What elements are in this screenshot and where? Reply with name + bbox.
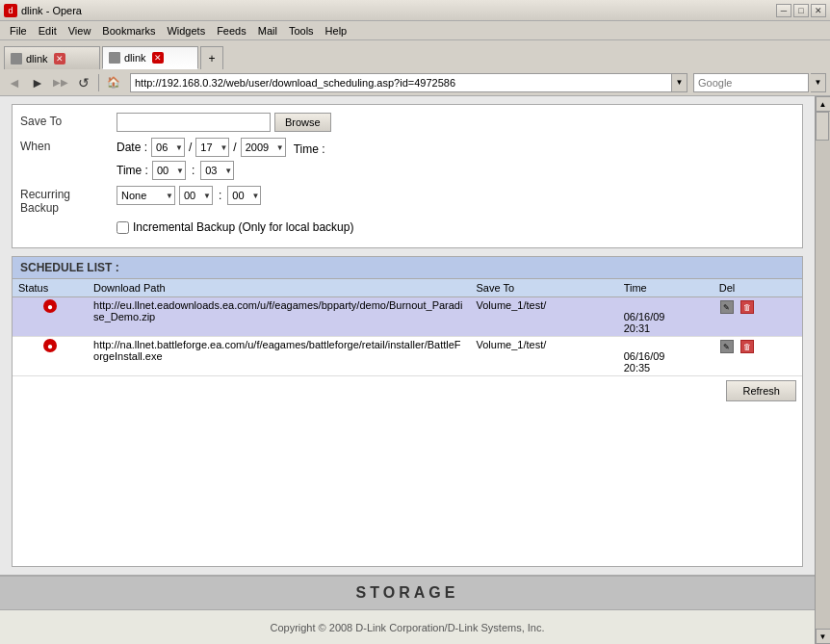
close-button[interactable]: ✕ — [811, 4, 826, 17]
tab-dlink-2[interactable]: dlink ✕ — [102, 46, 198, 69]
search-dropdown[interactable]: ▼ — [811, 73, 826, 92]
time-min-wrap: 03 — [200, 161, 234, 180]
time-label-inline: Time : — [117, 164, 148, 177]
page-content: Save To Browse When Date : 06 — [0, 96, 815, 644]
row1-saveto: Volume_1/test/ — [470, 297, 617, 337]
search-input[interactable] — [693, 73, 809, 92]
date-year-select[interactable]: 2009 — [241, 138, 286, 157]
delete-icon-2: 🗑 — [740, 340, 754, 353]
date-label: Date : — [117, 141, 147, 154]
browse-button[interactable]: Browse — [274, 113, 331, 132]
copyright-text: Copyright © 2008 D-Link Corporation/D-Li… — [270, 622, 544, 633]
tab-label-1: dlink — [26, 53, 48, 64]
scroll-thumb[interactable] — [816, 112, 829, 141]
time-min-select[interactable]: 03 — [200, 161, 234, 180]
menu-widgets[interactable]: Widgets — [161, 23, 211, 39]
refresh-button[interactable]: Refresh — [726, 380, 796, 401]
row2-path: http://na.llnet.battleforge.ea.com/u/f/e… — [88, 337, 470, 376]
time-row: Time : 00 : 03 — [20, 161, 794, 180]
recurring-min-select[interactable]: 00 — [227, 186, 261, 205]
recurring-min-wrap: 00 — [227, 186, 261, 205]
back-button[interactable]: ◄ — [4, 72, 25, 93]
incremental-row: Incremental Backup (Only for local backu… — [20, 220, 794, 234]
when-row: When Date : 06 / 17 — [20, 138, 794, 157]
menu-view[interactable]: View — [63, 23, 97, 39]
menu-bookmarks[interactable]: Bookmarks — [96, 23, 161, 39]
scroll-track — [816, 112, 830, 629]
menu-help[interactable]: Help — [320, 23, 353, 39]
menu-tools[interactable]: Tools — [283, 23, 320, 39]
address-dropdown[interactable]: ▼ — [672, 73, 687, 92]
recurring-type-select[interactable]: None Daily Weekly Monthly — [117, 186, 175, 205]
row1-edit-button[interactable]: ✎ — [719, 299, 735, 315]
menu-mail[interactable]: Mail — [252, 23, 283, 39]
incremental-checkbox[interactable] — [117, 221, 129, 234]
col-time: Time — [618, 279, 713, 297]
reload-button[interactable]: ↺ — [73, 72, 94, 93]
row2-saveto: Volume_1/test/ — [470, 337, 617, 376]
scrollbar[interactable]: ▲ ▼ — [815, 96, 830, 644]
recurring-type-wrap: None Daily Weekly Monthly — [117, 186, 175, 205]
window-controls: ─ □ ✕ — [776, 4, 826, 17]
row1-delete-button[interactable]: 🗑 — [739, 299, 755, 315]
recurring-label: Recurring Backup — [20, 186, 117, 215]
schedule-header: SCHEDULE LIST : — [13, 257, 802, 279]
browser-content: Save To Browse When Date : 06 — [0, 96, 830, 644]
recurring-controls: None Daily Weekly Monthly 00 : — [117, 186, 261, 205]
tab-close-2[interactable]: ✕ — [152, 52, 164, 64]
incremental-label[interactable]: Incremental Backup (Only for local backu… — [117, 220, 353, 234]
fastforward-button[interactable]: ▶▶ — [50, 72, 71, 93]
address-input[interactable] — [130, 73, 672, 92]
minimize-button[interactable]: ─ — [776, 4, 791, 17]
date-month-wrap: 06 — [151, 138, 185, 157]
tab-dlink-1[interactable]: dlink ✕ — [4, 46, 100, 69]
tab-close-1[interactable]: ✕ — [54, 53, 65, 64]
status-icon-2: ● — [43, 339, 57, 352]
new-tab-button[interactable]: + — [200, 46, 223, 69]
row2-saveto-text: Volume_1/test/ — [476, 339, 546, 350]
maximize-button[interactable]: □ — [793, 4, 809, 17]
date-sep1: / — [189, 141, 192, 154]
status-icon-1: ● — [43, 299, 57, 313]
menu-edit[interactable]: Edit — [33, 23, 63, 39]
save-to-input[interactable] — [117, 113, 271, 132]
scroll-up-button[interactable]: ▲ — [816, 96, 831, 112]
recurring-time-sep: : — [219, 189, 221, 202]
col-status: Status — [13, 279, 88, 297]
scroll-down-button[interactable]: ▼ — [816, 629, 831, 644]
row1-saveto-text: Volume_1/test/ — [476, 299, 546, 311]
forward-button[interactable]: ► — [27, 72, 48, 93]
row1-path: http://eu.llnet.eadownloads.ea.com/u/f/e… — [88, 297, 470, 337]
browser-titlebar: d dlink - Opera ─ □ ✕ — [0, 0, 830, 21]
edit-icon-1: ✎ — [720, 300, 734, 314]
date-year-wrap: 2009 — [241, 138, 286, 157]
table-row: ● http://na.llnet.battleforge.ea.com/u/f… — [13, 337, 802, 376]
menu-file[interactable]: File — [4, 23, 33, 39]
row2-edit-button[interactable]: ✎ — [719, 339, 735, 354]
row2-time-text: 06/16/09 20:35 — [624, 350, 665, 374]
tab-bar: dlink ✕ dlink ✕ + — [0, 40, 830, 69]
col-del: Del — [713, 279, 802, 297]
recurring-hour-select[interactable]: 00 — [179, 186, 213, 205]
recurring-hour-wrap: 00 — [179, 186, 213, 205]
homepage-button[interactable]: 🏠 — [103, 72, 124, 93]
row1-actions: ✎ 🗑 — [713, 297, 802, 337]
row1-time: 06/16/09 20:31 — [618, 297, 713, 337]
schedule-table: Status Download Path Save To Time Del ● — [13, 279, 802, 376]
col-download-path: Download Path — [88, 279, 470, 297]
date-month-select[interactable]: 06 — [151, 138, 185, 157]
table-row: ● http://eu.llnet.eadownloads.ea.com/u/f… — [13, 297, 802, 337]
schedule-section: SCHEDULE LIST : Status Download Path Sav… — [12, 256, 803, 567]
when-label: When — [20, 138, 117, 153]
copyright-bar: Copyright © 2008 D-Link Corporation/D-Li… — [0, 609, 815, 644]
edit-icon-2: ✎ — [720, 340, 734, 353]
time-hour-wrap: 00 — [152, 161, 186, 180]
row1-path-text: http://eu.llnet.eadownloads.ea.com/u/f/e… — [93, 299, 462, 322]
time-hour-select[interactable]: 00 — [152, 161, 186, 180]
date-day-select[interactable]: 17 — [195, 138, 229, 157]
menu-feeds[interactable]: Feeds — [211, 23, 252, 39]
recurring-row: Recurring Backup None Daily Weekly Month… — [20, 186, 794, 215]
incremental-text: Incremental Backup (Only for local backu… — [133, 220, 353, 234]
time-spacer — [20, 161, 117, 163]
row2-delete-button[interactable]: 🗑 — [739, 339, 755, 354]
